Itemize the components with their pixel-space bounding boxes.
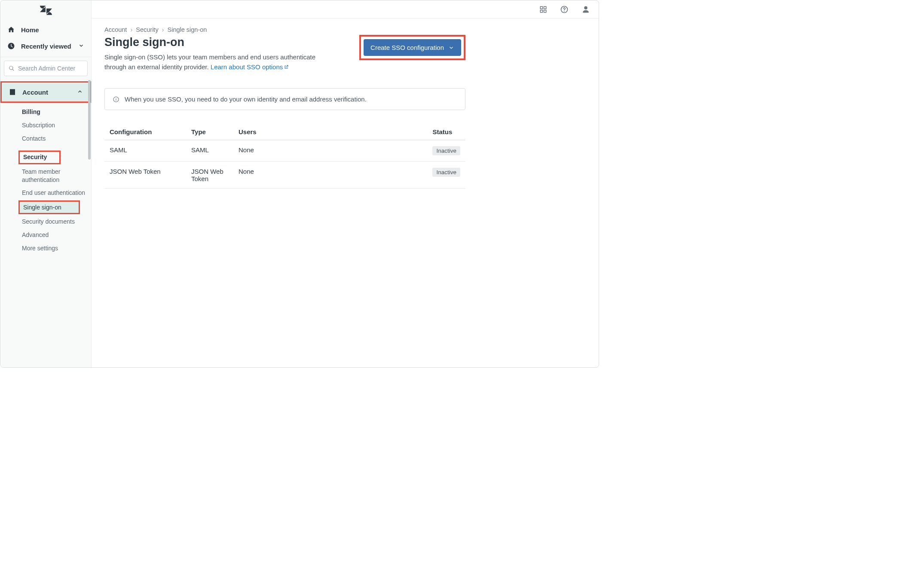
clock-icon: [7, 42, 15, 50]
cell-type: JSON Web Token: [186, 162, 233, 189]
home-icon: [7, 26, 15, 34]
cell-users: None: [233, 140, 427, 162]
sidebar-item-sso-label: Single sign-on: [20, 202, 79, 213]
table-row[interactable]: JSON Web Token JSON Web Token None Inact…: [104, 162, 465, 189]
main: Account › Security › Single sign-on Sing…: [92, 0, 599, 367]
topbar: [92, 0, 599, 18]
profile-icon[interactable]: [581, 5, 590, 14]
chevron-down-icon: [78, 43, 84, 50]
chevron-down-icon: [448, 45, 454, 51]
cell-config: SAML: [104, 140, 186, 162]
cell-status: Inactive: [427, 162, 465, 189]
breadcrumb: Account › Security › Single sign-on: [104, 26, 465, 33]
sidebar-item-end-user-auth[interactable]: End user authentication: [0, 186, 91, 200]
search-icon: [9, 65, 15, 72]
search-field[interactable]: [18, 65, 83, 72]
nav-home[interactable]: Home: [0, 22, 91, 38]
page-description: Single sign-on (SSO) lets your team memb…: [104, 52, 337, 72]
th-users[interactable]: Users: [233, 124, 427, 140]
divider: [0, 57, 91, 57]
create-sso-label: Create SSO configuration: [370, 44, 444, 51]
category-label: Account: [22, 89, 48, 96]
breadcrumb-account[interactable]: Account: [104, 26, 127, 33]
info-icon: [113, 96, 119, 103]
cta-highlight: Create SSO configuration: [359, 35, 465, 60]
cell-users: None: [233, 162, 427, 189]
sidebar-item-security-docs[interactable]: Security documents: [0, 215, 91, 228]
th-configuration[interactable]: Configuration: [104, 124, 186, 140]
building-icon: [9, 88, 16, 96]
th-status[interactable]: Status: [427, 124, 465, 140]
external-link-icon: [284, 65, 289, 70]
breadcrumb-sep: ›: [162, 26, 164, 33]
sidebar-category-account[interactable]: Account: [0, 81, 91, 103]
scrollbar[interactable]: [88, 80, 91, 160]
sidebar: Home Recently viewed Account Billing Sub…: [0, 0, 92, 367]
search-input[interactable]: [4, 61, 88, 76]
svg-point-4: [116, 98, 116, 98]
cell-type: SAML: [186, 140, 233, 162]
breadcrumb-current: Single sign-on: [167, 26, 207, 33]
info-banner: When you use SSO, you need to do your ow…: [104, 88, 465, 110]
cell-config: JSON Web Token: [104, 162, 186, 189]
sidebar-item-team-auth[interactable]: Team member authentication: [0, 165, 91, 187]
apps-icon[interactable]: [539, 6, 547, 13]
sidebar-item-subscription[interactable]: Subscription: [0, 119, 91, 132]
cell-status: Inactive: [427, 140, 465, 162]
svg-point-1: [564, 11, 565, 12]
learn-sso-link[interactable]: Learn about SSO options: [211, 63, 289, 71]
page-title: Single sign-on: [104, 36, 351, 49]
status-badge: Inactive: [432, 146, 460, 155]
sidebar-item-security[interactable]: Security: [18, 151, 61, 164]
nav-recently-viewed[interactable]: Recently viewed: [0, 38, 91, 54]
sidebar-item-more-settings[interactable]: More settings: [0, 242, 91, 255]
breadcrumb-security[interactable]: Security: [136, 26, 158, 33]
info-banner-text: When you use SSO, you need to do your ow…: [125, 95, 367, 103]
sidebar-item-advanced[interactable]: Advanced: [0, 228, 91, 242]
breadcrumb-sep: ›: [130, 26, 132, 33]
help-icon[interactable]: [560, 5, 569, 14]
table-row[interactable]: SAML SAML None Inactive: [104, 140, 465, 162]
nav-home-label: Home: [21, 26, 39, 34]
th-type[interactable]: Type: [186, 124, 233, 140]
sidebar-item-contacts[interactable]: Contacts: [0, 132, 91, 145]
chevron-up-icon: [77, 89, 83, 96]
zendesk-logo[interactable]: [0, 0, 91, 20]
status-badge: Inactive: [432, 168, 460, 177]
sidebar-item-sso[interactable]: Single sign-on: [18, 200, 80, 214]
sso-config-table: Configuration Type Users Status SAML SAM…: [104, 124, 465, 189]
nav-recent-label: Recently viewed: [21, 43, 71, 50]
create-sso-button[interactable]: Create SSO configuration: [364, 39, 461, 56]
sidebar-item-billing[interactable]: Billing: [0, 105, 91, 119]
